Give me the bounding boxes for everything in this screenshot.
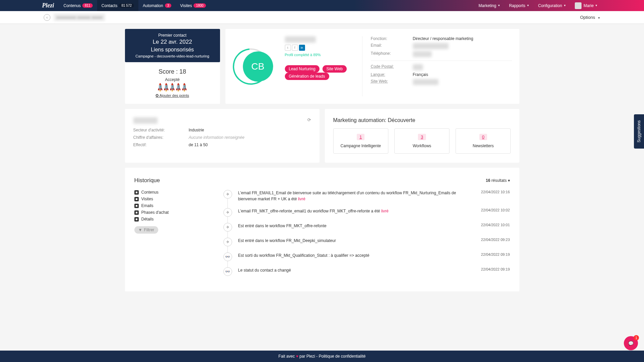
nav-contenus[interactable]: Contenus811 <box>59 0 97 11</box>
profile-completion: Profil complété à 89% <box>285 53 362 57</box>
nav-marketing[interactable]: Marketing▼ <box>474 0 505 11</box>
first-contact-source: Liens sponsorisés <box>129 47 216 53</box>
field-label: Secteur d'activité: <box>133 128 189 132</box>
contact-details: Fonction:Directeur / responsable marketi… <box>362 36 512 96</box>
detail-value: Français <box>413 72 428 77</box>
nav-automation[interactable]: Automation3 <box>138 0 176 11</box>
filter-emails[interactable]: Emails <box>134 203 207 208</box>
timeline-icon: 👓 <box>223 267 232 276</box>
timeline-date: 22/04/2022 10:02 <box>470 208 510 212</box>
checkbox-icon <box>134 197 139 201</box>
subheader: ‹ xxxxxxxxx xxxxxx xxxxx Options ▼ <box>0 11 644 24</box>
brand-logo[interactable]: Plezi <box>42 2 54 9</box>
linkedin-icon[interactable]: in <box>299 45 305 51</box>
auto-box-newsletters[interactable]: 0Newsletters <box>456 128 511 154</box>
nav-label: Contacts <box>101 3 117 8</box>
detail-value: x <box>413 51 432 57</box>
timeline-text: Est entré dans le workflow FR_Mkt_Deepki… <box>238 238 470 244</box>
timeline-item: ✈L'email FR_MKT_offre-refonte_email1 du … <box>223 208 510 217</box>
timeline-text: Est sorti du workflow FR_Mkt_Qualificati… <box>238 252 470 258</box>
options-label: Options <box>580 15 595 20</box>
timeline-date: 22/04/2022 09:19 <box>470 267 510 271</box>
field-label: Chiffre d'affaires: <box>133 135 189 140</box>
first-contact-title: Premier contact <box>129 33 216 38</box>
add-points-label: Ajouter des points <box>160 93 189 97</box>
nav-configuration[interactable]: Configuration▼ <box>534 0 570 11</box>
auto-box-campaign[interactable]: 1Campagne Intelligente <box>333 128 388 154</box>
timeline-text: Est entré dans le workflow FR_MKT_offre-… <box>238 223 470 229</box>
filter-label: Emails <box>141 203 154 208</box>
nav-badge: 3 <box>165 3 172 8</box>
twitter-icon[interactable]: t <box>285 45 291 51</box>
nav-label: Visites <box>180 3 192 8</box>
top-nav: Plezi Contenus811 Contacts81 572 Automat… <box>0 0 644 11</box>
caret-icon: ▼ <box>498 4 500 7</box>
auto-box-workflows[interactable]: 3Workflows <box>394 128 449 154</box>
caret-icon: ▼ <box>595 4 598 7</box>
checkbox-icon <box>134 210 139 215</box>
nav-contacts[interactable]: Contacts81 572 <box>97 0 138 11</box>
add-points-link[interactable]: ✪ Ajouter des points <box>156 93 189 98</box>
timeline-date: 22/04/2022 09:23 <box>470 238 510 242</box>
nav-label: Automation <box>143 3 163 8</box>
auto-label: Campagne Intelligente <box>339 144 383 148</box>
contact-name: xxxxx <box>285 36 316 43</box>
tag[interactable]: Site Web <box>323 65 347 73</box>
timeline-item: ✈Est entré dans le workflow FR_Mkt_Deepk… <box>223 238 510 246</box>
contact-header-card: CB xxxxx t f in Profil complété à 89% Le… <box>225 29 519 104</box>
timeline-icon: ✈ <box>223 223 232 232</box>
detail-value: x <box>413 79 438 85</box>
suggestions-tab[interactable]: Suggestions <box>634 114 644 149</box>
score-value: Score : 18 <box>131 68 214 75</box>
caret-icon: ▼ <box>563 4 566 7</box>
back-button[interactable]: ‹ <box>44 14 50 21</box>
timeline-date: 22/04/2022 10:01 <box>470 223 510 227</box>
nav-badge: 811 <box>82 3 93 8</box>
tag[interactable]: Lead Nurturing <box>285 65 319 73</box>
filter-phases[interactable]: Phases d'achat <box>134 210 207 215</box>
first-contact-campaign: Campagne - decouverte-video-lead-nurturi… <box>129 54 216 58</box>
history-title: Historique <box>134 177 160 184</box>
first-contact-card: Premier contact Le 22 avr. 2022 Liens sp… <box>125 29 220 62</box>
field-label: Effectif: <box>133 143 189 147</box>
nav-label: Rapports <box>509 3 525 8</box>
chevron-down-icon[interactable]: ▾ <box>508 178 510 183</box>
timeline-item: ✈Est entré dans le workflow FR_MKT_offre… <box>223 223 510 232</box>
filter-details[interactable]: Détails <box>134 217 207 222</box>
timeline-item: 👓Le statut du contact a changé22/04/2022… <box>223 267 510 276</box>
nav-rapports[interactable]: Rapports▼ <box>505 0 534 11</box>
field-value: Aucune information renseignée <box>189 135 245 140</box>
timeline-icon: 👓 <box>223 252 232 261</box>
filter-label: Visites <box>141 197 153 201</box>
auto-count: 3 <box>418 134 426 140</box>
history-count: 16 résultats ▾ <box>486 178 510 183</box>
filter-button[interactable]: ▼Filtrer <box>134 226 159 234</box>
tag[interactable]: Génération de leads <box>285 73 329 80</box>
timeline-text: Le statut du contact a changé <box>238 267 470 273</box>
options-button[interactable]: Options ▼ <box>580 15 600 20</box>
timeline-text: L'email FR_EMAIL1_Email de bienvenue sui… <box>238 190 470 202</box>
nav-user[interactable]: Marie▼ <box>570 0 602 11</box>
automation-card: Marketing automation: Découverte 1Campag… <box>325 109 519 163</box>
field-value: de 11 à 50 <box>189 143 208 147</box>
filter-btn-label: Filtrer <box>144 228 154 232</box>
nav-visites[interactable]: Visites1800 <box>176 0 210 11</box>
auto-label: Workflows <box>400 144 444 148</box>
detail-label: Site Web: <box>371 79 413 85</box>
user-name: Marie <box>584 3 594 8</box>
detail-value: x <box>413 64 423 70</box>
facebook-icon[interactable]: f <box>292 45 298 51</box>
checkbox-icon <box>134 204 139 208</box>
loading-icon: ⟳ <box>307 117 311 122</box>
nav-label: Configuration <box>538 3 562 8</box>
caret-icon: ▼ <box>598 16 600 19</box>
auto-count: 1 <box>357 134 364 140</box>
filter-contenus[interactable]: Contenus <box>134 190 207 195</box>
timeline: ✈L'email FR_EMAIL1_Email de bienvenue su… <box>223 190 510 282</box>
filter-visites[interactable]: Visites <box>134 197 207 201</box>
auto-label: Newsletters <box>461 144 505 148</box>
nav-label: Marketing <box>479 3 497 8</box>
detail-value: Directeur / responsable marketing <box>413 36 473 41</box>
funnel-icon: ▼ <box>138 228 142 232</box>
nav-label: Contenus <box>63 3 81 8</box>
